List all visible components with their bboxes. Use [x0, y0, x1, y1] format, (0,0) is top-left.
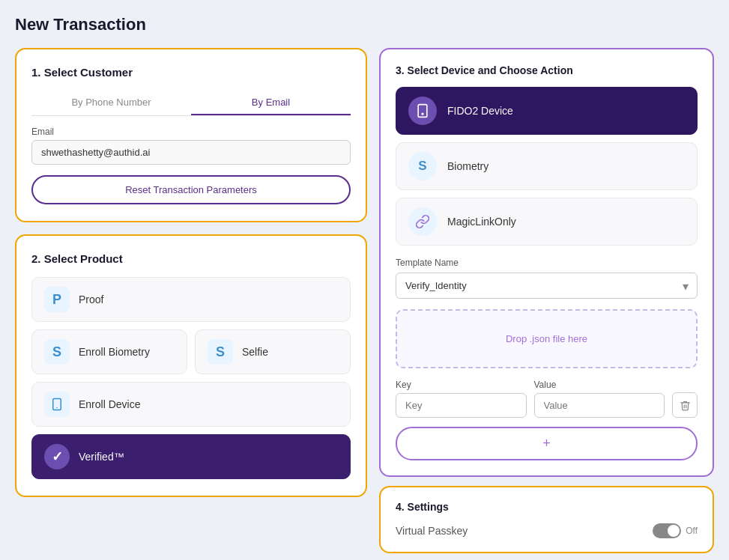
- customer-tabs: By Phone Number By Email: [31, 91, 351, 116]
- tab-by-phone[interactable]: By Phone Number: [31, 91, 191, 115]
- enroll-device-icon: [44, 392, 70, 417]
- magic-device-icon: [408, 207, 437, 236]
- enroll-biometry-label: Enroll Biometry: [79, 346, 150, 358]
- virtual-passkey-label: Virtual Passkey: [396, 525, 468, 537]
- page-title: New Transaction: [15, 15, 714, 34]
- product-list: P Proof S Enroll Biometry S Selfie: [31, 277, 351, 479]
- kv-row: Key Value: [396, 379, 698, 418]
- section3-title: 3. Select Device and Choose Action: [396, 64, 698, 76]
- tab-by-email[interactable]: By Email: [191, 91, 351, 115]
- proof-label: Proof: [79, 293, 103, 305]
- product-enroll-biometry[interactable]: S Enroll Biometry: [31, 329, 187, 374]
- enroll-device-label: Enroll Device: [79, 398, 140, 410]
- product-selfie[interactable]: S Selfie: [195, 329, 351, 374]
- email-label: Email: [31, 127, 351, 137]
- virtual-passkey-toggle[interactable]: [653, 523, 681, 538]
- toggle-wrap: Off: [653, 523, 698, 538]
- value-input[interactable]: [534, 393, 665, 418]
- select-product-card: 2. Select Product P Proof S Enroll Biome…: [15, 234, 367, 497]
- reset-transaction-button[interactable]: Reset Transaction Parameters: [31, 175, 351, 204]
- key-input[interactable]: [396, 393, 527, 418]
- section2-title: 2. Select Product: [31, 252, 351, 265]
- delete-kv-button[interactable]: [672, 392, 698, 418]
- device-magic-link[interactable]: MagicLinkOnly: [396, 198, 698, 246]
- device-fido2[interactable]: FIDO2 Device: [396, 87, 698, 135]
- device-list: FIDO2 Device S Biometry Magic: [396, 87, 698, 246]
- template-select[interactable]: Verify_Identity Enroll_Identity Proof_Id…: [396, 273, 698, 299]
- toggle-knob: [668, 525, 680, 537]
- verified-label: Verified™: [79, 451, 124, 463]
- bio-device-icon: S: [408, 152, 437, 180]
- section4-title: 4. Settings: [396, 501, 698, 513]
- svg-point-3: [422, 113, 423, 115]
- magic-link-label: MagicLinkOnly: [447, 216, 516, 228]
- toggle-off-label: Off: [686, 526, 698, 536]
- biometry-device-label: Biometry: [447, 160, 488, 172]
- email-field[interactable]: [31, 140, 351, 165]
- select-device-card: 3. Select Device and Choose Action FIDO2…: [379, 48, 714, 477]
- fido2-label: FIDO2 Device: [447, 105, 513, 117]
- selfie-label: Selfie: [242, 346, 268, 358]
- fido2-device-icon: [408, 97, 437, 125]
- value-label: Value: [534, 380, 665, 390]
- section1-title: 1. Select Customer: [31, 66, 351, 79]
- selfie-icon: S: [208, 339, 233, 365]
- settings-row: Virtual Passkey Off: [396, 523, 698, 538]
- proof-icon: P: [44, 287, 70, 312]
- select-customer-card: 1. Select Customer By Phone Number By Em…: [15, 48, 367, 222]
- settings-card: 4. Settings Virtual Passkey Off: [379, 486, 714, 553]
- key-label: Key: [396, 380, 527, 390]
- template-label: Template Name: [396, 258, 698, 268]
- biometry-icon: S: [44, 339, 70, 365]
- value-field-wrap: Value: [534, 380, 665, 418]
- verified-icon: ✓: [44, 444, 70, 469]
- product-row-double: S Enroll Biometry S Selfie: [31, 329, 351, 374]
- device-biometry[interactable]: S Biometry: [396, 142, 698, 190]
- json-drop-zone[interactable]: Drop .json file here: [396, 309, 698, 368]
- product-verified[interactable]: ✓ Verified™: [31, 434, 351, 479]
- product-proof[interactable]: P Proof: [31, 277, 351, 322]
- key-field-wrap: Key: [396, 380, 527, 418]
- product-enroll-device[interactable]: Enroll Device: [31, 382, 351, 427]
- add-kv-button[interactable]: +: [396, 427, 698, 460]
- template-select-wrap: Verify_Identity Enroll_Identity Proof_Id…: [396, 273, 698, 299]
